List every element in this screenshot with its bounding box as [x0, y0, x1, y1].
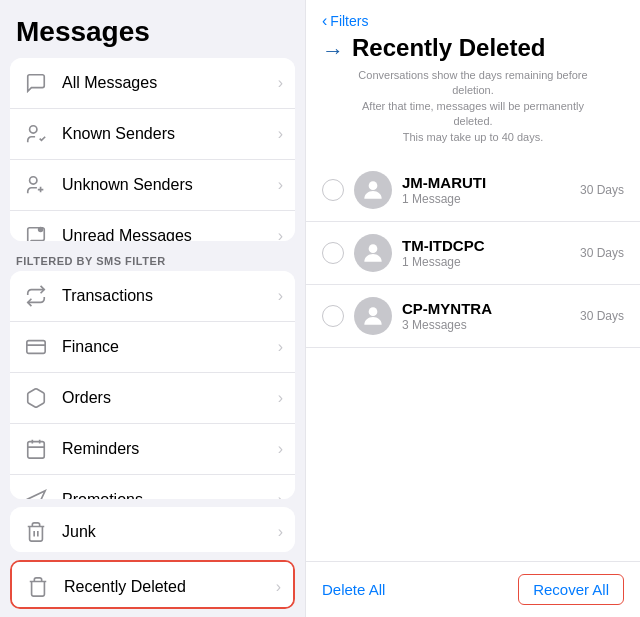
right-title: Recently Deleted	[352, 34, 545, 62]
chevron-icon: ›	[278, 491, 283, 499]
sidebar-item-known-senders[interactable]: Known Senders ›	[10, 109, 295, 160]
svg-rect-5	[27, 340, 45, 353]
svg-point-4	[38, 227, 44, 233]
promotions-icon	[22, 486, 50, 499]
back-button[interactable]: ‹ Filters	[322, 12, 624, 30]
list-item: JM-MARUTI 1 Message 30 Days	[306, 159, 640, 222]
avatar	[354, 234, 392, 272]
recover-all-button[interactable]: Recover All	[518, 574, 624, 605]
filter-section-label: FILTERED BY SMS FILTER	[0, 249, 305, 271]
sender-name: CP-MYNTRA	[402, 300, 580, 317]
left-panel: Messages All Messages › Known Senders ›	[0, 0, 305, 617]
message-info: JM-MARUTI 1 Message	[402, 174, 580, 206]
message-count: 1 Message	[402, 255, 580, 269]
list-item: CP-MYNTRA 3 Messages 30 Days	[306, 285, 640, 348]
top-menu-section: All Messages › Known Senders ›	[10, 58, 295, 241]
unknown-senders-label: Unknown Senders	[62, 176, 274, 194]
filtered-menu-section: Transactions › Finance › Orders ›	[10, 271, 295, 499]
chevron-icon: ›	[276, 578, 281, 596]
svg-point-0	[30, 126, 37, 133]
avatar	[354, 171, 392, 209]
chevron-icon: ›	[278, 287, 283, 305]
svg-point-14	[369, 245, 378, 254]
chevron-icon: ›	[278, 74, 283, 92]
page-title: Messages	[0, 0, 305, 58]
sender-name: TM-ITDCPC	[402, 237, 580, 254]
chevron-icon: ›	[278, 440, 283, 458]
sidebar-item-transactions[interactable]: Transactions ›	[10, 271, 295, 322]
back-label: Filters	[330, 13, 368, 29]
svg-point-13	[369, 182, 378, 191]
back-chevron-icon: ‹	[322, 12, 327, 30]
svg-point-15	[369, 308, 378, 317]
orders-label: Orders	[62, 389, 274, 407]
svg-rect-7	[28, 441, 45, 458]
recently-deleted-label: Recently Deleted	[64, 578, 272, 596]
sidebar-item-unknown-senders[interactable]: Unknown Senders ›	[10, 160, 295, 211]
message-list: JM-MARUTI 1 Message 30 Days TM-ITDCPC 1 …	[306, 159, 640, 561]
list-item: TM-ITDCPC 1 Message 30 Days	[306, 222, 640, 285]
chevron-icon: ›	[278, 176, 283, 194]
chevron-icon: ›	[278, 389, 283, 407]
transactions-icon	[22, 282, 50, 310]
bottom-bar: Delete All Recover All	[306, 561, 640, 617]
radio-button[interactable]	[322, 242, 344, 264]
finance-icon	[22, 333, 50, 361]
sidebar-item-junk[interactable]: Junk ›	[10, 507, 295, 552]
all-messages-label: All Messages	[62, 74, 274, 92]
sidebar-item-orders[interactable]: Orders ›	[10, 373, 295, 424]
right-panel: ‹ Filters → Recently Deleted Conversatio…	[305, 0, 640, 617]
person-check-icon	[22, 120, 50, 148]
person-unknown-icon	[22, 171, 50, 199]
sidebar-item-unread-messages[interactable]: Unread Messages ›	[10, 211, 295, 241]
junk-icon	[22, 518, 50, 546]
delete-all-button[interactable]: Delete All	[322, 581, 385, 598]
chevron-icon: ›	[278, 338, 283, 356]
sidebar-item-reminders[interactable]: Reminders ›	[10, 424, 295, 475]
arrow-indicator: →	[322, 38, 344, 64]
message-icon	[22, 69, 50, 97]
svg-point-1	[30, 177, 37, 184]
reminders-icon	[22, 435, 50, 463]
bottom-menu-section: Junk ›	[10, 507, 295, 552]
orders-icon	[22, 384, 50, 412]
chevron-icon: ›	[278, 523, 283, 541]
message-count: 3 Messages	[402, 318, 580, 332]
sidebar-item-finance[interactable]: Finance ›	[10, 322, 295, 373]
junk-label: Junk	[62, 523, 274, 541]
radio-button[interactable]	[322, 305, 344, 327]
transactions-label: Transactions	[62, 287, 274, 305]
known-senders-label: Known Senders	[62, 125, 274, 143]
sender-name: JM-MARUTI	[402, 174, 580, 191]
chevron-icon: ›	[278, 125, 283, 143]
message-count: 1 Message	[402, 192, 580, 206]
trash-icon	[24, 573, 52, 601]
days-remaining: 30 Days	[580, 309, 624, 323]
reminders-label: Reminders	[62, 440, 274, 458]
days-remaining: 30 Days	[580, 246, 624, 260]
message-unread-icon	[22, 222, 50, 241]
right-subtitle: Conversations show the days remaining be…	[322, 68, 624, 145]
sidebar-item-recently-deleted[interactable]: Recently Deleted ›	[12, 562, 293, 609]
message-info: CP-MYNTRA 3 Messages	[402, 300, 580, 332]
days-remaining: 30 Days	[580, 183, 624, 197]
radio-button[interactable]	[322, 179, 344, 201]
right-header: ‹ Filters → Recently Deleted Conversatio…	[306, 0, 640, 159]
finance-label: Finance	[62, 338, 274, 356]
sidebar-item-promotions[interactable]: Promotions ›	[10, 475, 295, 499]
sidebar-item-all-messages[interactable]: All Messages ›	[10, 58, 295, 109]
avatar	[354, 297, 392, 335]
chevron-icon: ›	[278, 227, 283, 241]
promotions-label: Promotions	[62, 491, 274, 499]
message-info: TM-ITDCPC 1 Message	[402, 237, 580, 269]
unread-messages-label: Unread Messages	[62, 227, 274, 241]
